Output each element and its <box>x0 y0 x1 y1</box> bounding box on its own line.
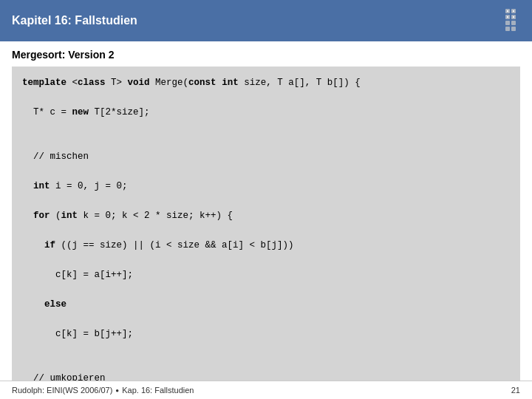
slide-header: Kapitel 16: Fallstudien <box>0 0 532 41</box>
code-line-10: c[k] = b[j++]; <box>22 327 510 341</box>
code-line-5: int i = 0, j = 0; <box>22 179 510 194</box>
footer-separator: ● <box>115 387 119 394</box>
svg-rect-5 <box>505 21 510 25</box>
code-line-9: else <box>22 297 510 312</box>
svg-rect-9 <box>507 10 508 12</box>
svg-rect-8 <box>511 27 516 31</box>
code-line-8: c[k] = a[i++]; <box>22 267 510 282</box>
logo-icon <box>485 7 520 34</box>
code-line-4: // mischen <box>22 149 510 164</box>
slide-footer: Rudolph: EINI(WS 2006/07) ● Kap. 16: Fal… <box>0 381 532 399</box>
svg-rect-11 <box>507 16 508 18</box>
code-block: template <class T> void Merge(const int … <box>12 66 520 399</box>
footer-page-number: 21 <box>511 386 520 395</box>
code-line-1: template <class T> void Merge(const int … <box>22 75 510 90</box>
code-line-2: T* c = new T[2*size]; <box>22 105 510 120</box>
svg-rect-10 <box>513 10 514 12</box>
footer-author: Rudolph: EINI(WS 2006/07) <box>12 386 112 395</box>
code-line-6: for (int k = 0; k < 2 * size; k++) { <box>22 208 510 223</box>
footer-left: Rudolph: EINI(WS 2006/07) ● Kap. 16: Fal… <box>12 386 194 395</box>
svg-rect-12 <box>513 16 514 18</box>
code-line-7: if ((j == size) || (i < size && a[i] < b… <box>22 238 510 253</box>
slide-title: Kapitel 16: Fallstudien <box>12 14 137 27</box>
slide-subtitle: Mergesort: Version 2 <box>0 41 532 66</box>
svg-rect-7 <box>505 27 510 31</box>
svg-rect-6 <box>511 21 516 25</box>
footer-chapter: Kap. 16: Fallstudien <box>122 386 194 395</box>
